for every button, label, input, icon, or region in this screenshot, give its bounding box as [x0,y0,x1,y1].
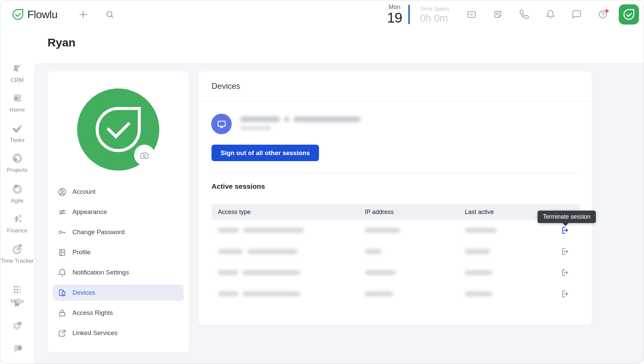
mail-button[interactable] [458,4,485,25]
gear-icon [10,319,24,332]
sidebar-item-finance[interactable]: Finance [0,213,34,234]
time-tracker-icon [11,243,24,255]
notes-button[interactable] [485,4,511,25]
signout-icon [560,268,569,277]
session-ip-address [360,291,461,296]
gear-button[interactable] [0,319,34,333]
devices-icon [58,288,67,297]
menu-item-notification-settings[interactable]: Notification Settings [53,264,184,281]
menu-item-change-password[interactable]: Change Password [53,224,184,240]
sidebar: CRMHomeTasksProjectsAgileFinanceTime Tra… [0,29,34,364]
masked-text [465,291,492,296]
terminate-session-button[interactable] [558,266,571,280]
search-button[interactable] [102,7,117,22]
masked-text [243,228,304,233]
masked-text [218,270,238,275]
sidebar-item-agile[interactable]: Agile [0,183,34,204]
menu-item-profile[interactable]: Profile [53,244,184,260]
external-link-icon [58,329,67,338]
chat-button[interactable] [564,4,590,25]
menu-item-account[interactable]: Account [53,184,184,200]
notes-icon [493,9,503,20]
help-button[interactable] [590,4,616,25]
change-photo-button[interactable] [134,145,155,166]
profile-menu: AccountAppearanceChange PasswordProfileN… [53,184,184,345]
menu-item-label: Appearance [72,208,107,216]
sidebar-item-label: Projects [0,167,34,174]
content-area: AccountAppearanceChange PasswordProfileN… [34,63,644,364]
finance-icon [11,213,24,225]
top-bar-icons [458,4,616,25]
calendar-date[interactable]: Mon 19 [387,4,402,25]
masked-text [240,116,280,122]
sidebar-item-label: Finance [0,227,34,234]
flowlu-shield-icon [12,9,23,20]
current-device-subtext-masked [240,126,275,130]
top-bar: Flowlu Mon 19 Time Spent 0h 0m [0,0,644,29]
create-button[interactable] [76,7,91,22]
sidebar-item-label: Agile [0,197,34,204]
time-spent-widget[interactable]: Time Spent 0h 0m [420,6,449,23]
menu-item-devices[interactable]: Devices [53,285,184,301]
menu-item-label: Profile [72,249,91,256]
app-window: Flowlu Mon 19 Time Spent 0h 0m Ryan CR [0,0,644,364]
phone-icon [519,9,529,20]
masked-text [240,126,271,130]
session-row [212,220,580,241]
terminate-session-button[interactable] [558,287,571,301]
session-ip-address [360,228,461,233]
session-actions [548,287,580,301]
avatar-shield-icon [623,9,634,20]
sidebar-item-label: Tasks [0,137,34,144]
camera-icon [139,150,150,160]
phone-button[interactable] [511,4,537,25]
brand-name: Flowlu [27,8,57,21]
bell-icon [545,9,555,20]
sidebar-item-tasks[interactable]: Tasks [0,122,34,144]
agile-icon [11,183,24,195]
session-access-type [212,249,360,254]
sign-out-all-button[interactable]: Sign out of all other sessions [212,145,319,161]
session-last-active [461,228,548,233]
flowlu-p-button[interactable] [0,296,34,311]
home-icon [11,92,24,104]
active-sessions-table: Access type IP address Last active [212,204,580,304]
session-row [212,241,580,262]
sliders-icon [58,208,67,217]
time-spent-label: Time Spent [420,6,449,12]
user-avatar[interactable] [619,4,639,25]
flowlu-logo[interactable]: Flowlu [12,8,57,21]
date-day: Mon [387,4,402,10]
profile-card: AccountAppearanceChange PasswordProfileN… [47,71,189,352]
notification-badge [605,9,609,13]
masked-text [365,270,396,275]
feedback-chat-button[interactable] [0,341,34,356]
sidebar-item-projects[interactable]: Projects [0,152,34,174]
menu-item-linked-services[interactable]: Linked Services [53,325,184,341]
masked-text [365,249,382,254]
sidebar-item-crm[interactable]: CRM [0,62,34,84]
menu-item-appearance[interactable]: Appearance [53,204,184,220]
bell-button[interactable] [537,4,564,25]
date-divider [408,5,410,24]
masked-text [243,270,300,275]
bell-icon [58,268,67,277]
session-ip-address [360,249,461,254]
menu-item-label: Notification Settings [72,269,129,276]
sidebar-item-time-tracker[interactable]: Time Tracker [0,243,34,264]
sidebar-item-label: Home [0,107,34,113]
plus-icon [78,9,88,20]
menu-item-label: Access Rights [72,309,113,317]
chat-icon [572,9,582,20]
menu-item-access-rights[interactable]: Access Rights [53,305,184,321]
profile-shield-icon [96,107,141,152]
terminate-session-button[interactable] [558,245,571,258]
sidebar-item-home[interactable]: Home [0,92,34,113]
masked-text [243,291,300,296]
menu-item-label: Linked Services [72,329,118,337]
date-number: 19 [387,11,402,25]
session-last-active [461,270,548,275]
column-header-access-type: Access type [212,209,360,216]
masked-text [284,116,289,122]
masked-text [365,228,400,233]
